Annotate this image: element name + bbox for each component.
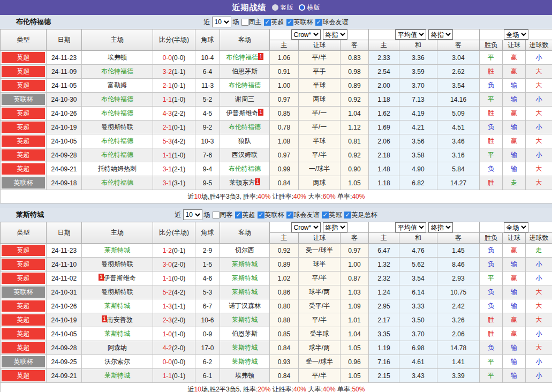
final-odds-select[interactable]: 终指 bbox=[323, 222, 347, 232]
section-header: 莱斯特城 近10场同客英超英联杯球会友谊英冠英足总杯 bbox=[0, 208, 552, 222]
filter-checkbox-英超[interactable]: 英超 bbox=[233, 210, 255, 220]
corner-count: 4-6 bbox=[195, 272, 220, 285]
layout-radio-vertical[interactable]: 竖版 bbox=[272, 3, 293, 12]
league-badge: 英超 bbox=[2, 245, 45, 256]
league-badge: 英联杯 bbox=[2, 287, 45, 298]
corner-count: 0-9 bbox=[195, 327, 220, 341]
col-result-goals: 进球数 bbox=[526, 40, 552, 51]
match-date: 24-11-23 bbox=[47, 51, 82, 65]
fulltime-score: 1-2 bbox=[163, 247, 172, 254]
bookmaker-select[interactable]: Crow* bbox=[291, 29, 321, 40]
layout-radio-horizontal[interactable]: 横版 bbox=[299, 3, 320, 12]
final-odds-select[interactable]: 终指 bbox=[323, 29, 347, 40]
match-count-select[interactable]: 10 bbox=[212, 17, 231, 27]
table-row: 英超24-11-23埃弗顿0-0(0-0)10-4布伦特福德11.06平/半0.… bbox=[1, 51, 552, 65]
league-cell: 英超 bbox=[1, 162, 47, 176]
team-section-brentford: 布伦特福德 近10场同主英超英联杯球会友谊 类型 日期 主场 比分(半场) 角球… bbox=[0, 15, 552, 203]
result-handicap: 输 bbox=[503, 341, 526, 355]
league-cell: 英超 bbox=[1, 313, 47, 327]
odds-handicap: 半球 bbox=[299, 134, 341, 148]
away-team: 莱斯特城 bbox=[220, 272, 270, 285]
avg-away: 4.51 bbox=[437, 120, 480, 134]
avg-home: 1.32 bbox=[369, 258, 399, 272]
match-date: 24-11-10 bbox=[47, 258, 82, 272]
avg-home: 1.19 bbox=[369, 341, 399, 355]
league-cell: 英超 bbox=[1, 51, 47, 65]
result-handicap: 输 bbox=[503, 79, 526, 93]
checkbox-label: 球会友谊 bbox=[294, 210, 320, 220]
odds-home: 0.92 bbox=[270, 244, 299, 258]
filter-checkbox-英联杯[interactable]: 英联杯 bbox=[284, 18, 313, 27]
table-row: 英超24-10-19曼彻斯特联2-1(0-1)9-2布伦特福德0.78半/一1.… bbox=[1, 120, 552, 134]
filter-checkbox-球会友谊[interactable]: 球会友谊 bbox=[284, 210, 320, 220]
final-avg-select[interactable]: 终指 bbox=[428, 222, 453, 232]
result-handicap: 赢 bbox=[503, 51, 526, 65]
fulltime-score: 3-2 bbox=[163, 68, 172, 76]
col-avg-draw: 和 bbox=[399, 233, 437, 244]
col-result-handicap: 让球 bbox=[503, 233, 526, 244]
table-row: 英超24-09-21托特纳姆热刺3-1(2-1)9-4布伦特福德0.99一/球半… bbox=[1, 162, 552, 176]
odds-handicap: 平/半 bbox=[299, 148, 341, 162]
corner-count: 7-6 bbox=[195, 148, 220, 162]
odds-home: 0.93 bbox=[270, 355, 299, 369]
summary-segment: 近 bbox=[188, 386, 194, 392]
corner-count: 2-9 bbox=[195, 244, 220, 258]
odds-home: 1.00 bbox=[270, 79, 299, 93]
average-select[interactable]: 平均值 bbox=[395, 222, 426, 232]
avg-draw: 3.36 bbox=[399, 51, 437, 65]
odds-away: 0.92 bbox=[341, 148, 369, 162]
score-cell: 1-1(0-0) bbox=[153, 272, 195, 285]
bookmaker-select[interactable]: Crow* bbox=[291, 222, 321, 232]
match-count-select[interactable]: 10 bbox=[183, 209, 202, 220]
league-cell: 英超 bbox=[1, 258, 47, 272]
radio-unselected-icon bbox=[272, 4, 278, 11]
odds-handicap: 受一/球半 bbox=[299, 244, 341, 258]
filter-checkbox-英足总杯[interactable]: 英足总杯 bbox=[342, 210, 377, 220]
checkbox-label: 同主 bbox=[249, 18, 262, 27]
avg-home: 6.47 bbox=[369, 244, 399, 258]
away-team: 伊普斯维奇1 bbox=[220, 107, 270, 120]
checkbox-checked-icon bbox=[315, 19, 322, 26]
fulltime-select[interactable]: 全场 bbox=[504, 29, 528, 40]
fulltime-score: 1-3 bbox=[163, 303, 172, 310]
summary-segment: 10 bbox=[194, 193, 201, 200]
odds-away: 1.04 bbox=[341, 327, 369, 341]
score-cell: 3-1(3-1) bbox=[153, 176, 195, 190]
filter-checkbox-英超[interactable]: 英超 bbox=[262, 18, 284, 27]
avg-draw: 3.58 bbox=[399, 148, 437, 162]
odds-home: 0.84 bbox=[270, 369, 299, 383]
summary-segment: 场,胜4平3负3, 胜率: bbox=[201, 193, 258, 200]
final-avg-select[interactable]: 终指 bbox=[428, 29, 453, 40]
league-badge: 英超 bbox=[2, 163, 45, 175]
league-cell: 英超 bbox=[1, 120, 47, 134]
average-select[interactable]: 平均值 bbox=[395, 29, 426, 40]
league-badge: 英超 bbox=[2, 300, 45, 312]
team-label: 曼彻斯特联 bbox=[101, 260, 133, 268]
league-badge: 英超 bbox=[2, 328, 45, 340]
avg-away: 3.39 bbox=[437, 369, 480, 383]
team-label: 曼彻斯特联 bbox=[101, 123, 133, 131]
result-select-group: 全场 bbox=[480, 222, 552, 233]
summary-segment: 50% bbox=[352, 386, 365, 392]
fulltime-select[interactable]: 全场 bbox=[504, 222, 528, 232]
fulltime-score: 3-0 bbox=[163, 261, 172, 268]
away-team: 莱斯特城 bbox=[220, 285, 270, 299]
checkbox-checked-icon bbox=[235, 212, 242, 218]
match-date: 24-10-05 bbox=[47, 134, 82, 148]
match-date: 24-09-25 bbox=[47, 355, 82, 369]
odds-handicap: 平/半 bbox=[299, 272, 341, 285]
avg-home: 1.69 bbox=[369, 120, 399, 134]
odds-home: 1.06 bbox=[270, 51, 299, 65]
match-date: 24-10-26 bbox=[47, 299, 82, 313]
filter-checkbox-同主[interactable]: 同主 bbox=[239, 18, 262, 27]
score-cell: 4-2(2-0) bbox=[153, 341, 195, 355]
filter-checkbox-英冠[interactable]: 英冠 bbox=[320, 210, 342, 220]
result-handicap: 输 bbox=[503, 258, 526, 272]
result-goals: 小 bbox=[526, 258, 552, 272]
filter-checkbox-英联杯[interactable]: 英联杯 bbox=[255, 210, 284, 220]
corner-count: 6-7 bbox=[195, 299, 220, 313]
filter-checkbox-同客[interactable]: 同客 bbox=[210, 210, 233, 220]
filter-checkbox-球会友谊[interactable]: 球会友谊 bbox=[313, 18, 349, 27]
team-label: 莱斯特城 bbox=[104, 302, 130, 310]
checkbox-label: 英冠 bbox=[329, 210, 342, 220]
